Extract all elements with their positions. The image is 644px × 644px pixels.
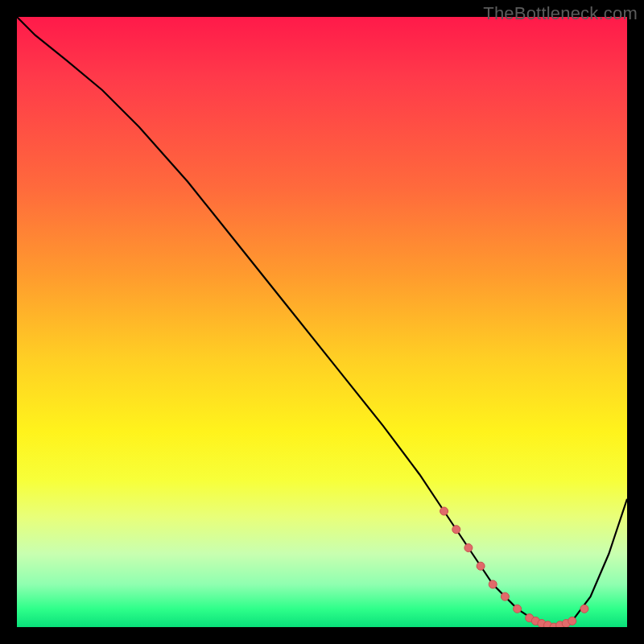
marker-dot [452, 526, 460, 534]
marker-dot [464, 544, 473, 552]
watermark-text: TheBottleneck.com [483, 3, 638, 24]
bottleneck-curve [17, 17, 627, 627]
marker-dot [501, 592, 509, 601]
marker-dot [580, 605, 588, 613]
chart-frame: TheBottleneck.com [0, 0, 644, 644]
curve-markers [440, 507, 588, 627]
curve-line [17, 17, 627, 627]
plot-area [17, 17, 627, 627]
marker-dot [514, 605, 522, 613]
marker-dot [440, 507, 448, 515]
marker-dot [477, 562, 485, 570]
marker-dot [489, 580, 497, 588]
marker-dot [568, 617, 576, 625]
